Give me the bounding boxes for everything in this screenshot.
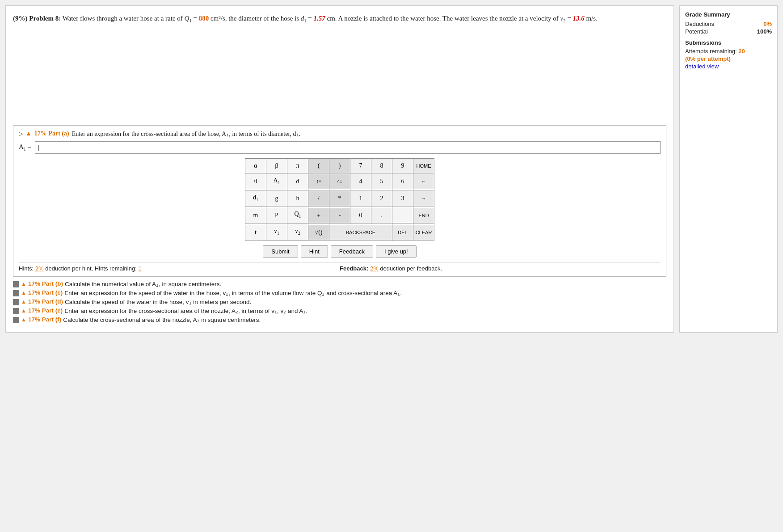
part-f-text: Calculate the cross-sectional area of th… bbox=[63, 316, 261, 323]
part-c-item: ▲ 17% Part (c) Enter an expression for t… bbox=[13, 289, 666, 296]
hint-button[interactable]: Hint bbox=[301, 245, 328, 258]
pct-line: (0% per attempt) bbox=[685, 55, 772, 62]
parts-list: ▲ 17% Part (b) Calculate the numerical v… bbox=[13, 280, 666, 323]
key-multiply[interactable]: * bbox=[329, 191, 350, 206]
key-A1[interactable]: A1 bbox=[266, 173, 287, 190]
key-beta[interactable]: β bbox=[266, 159, 287, 173]
problem-prefix: (9%) bbox=[13, 15, 28, 22]
key-theta[interactable]: θ bbox=[245, 174, 266, 189]
part-b-text: Calculate the numerical value of A₁, in … bbox=[65, 280, 221, 287]
deductions-row: Deductions 0% bbox=[685, 21, 772, 27]
key-d1[interactable]: d1 bbox=[245, 190, 266, 207]
detailed-view-anchor[interactable]: detailed view bbox=[685, 63, 719, 70]
part-c-text: Enter an expression for the speed of the… bbox=[64, 289, 402, 296]
key-d[interactable]: d bbox=[287, 174, 308, 189]
attempts-value: 20 bbox=[738, 48, 745, 55]
potential-value: 100% bbox=[757, 28, 772, 35]
answer-row-a: A1 = bbox=[19, 141, 661, 154]
feedback-deduction: 2% bbox=[370, 265, 379, 272]
feedback-label: Feedback: bbox=[340, 265, 368, 272]
key-3[interactable]: 3 bbox=[392, 191, 413, 206]
keyboard-row-4: m P Q1 + - 0 . END bbox=[245, 207, 434, 224]
grade-summary-title: Grade Summary bbox=[685, 11, 772, 18]
part-a-header: ▷ ▲ 17% Part (a) Enter an expression for… bbox=[19, 130, 661, 138]
key-divide[interactable]: / bbox=[308, 191, 329, 206]
part-b-label: 17% Part (b) bbox=[28, 280, 63, 287]
submissions-title: Submissions bbox=[685, 39, 772, 46]
key-m[interactable]: m bbox=[245, 208, 266, 223]
key-v2[interactable]: v2 bbox=[287, 224, 308, 241]
warning-icon-a: ▲ bbox=[25, 130, 32, 137]
key-open-paren[interactable]: ( bbox=[308, 159, 329, 173]
key-1[interactable]: 1 bbox=[350, 191, 371, 206]
key-sup-down[interactable]: ^↓ bbox=[329, 174, 350, 189]
key-minus[interactable]: - bbox=[329, 208, 350, 223]
part-e-triangle: ▲ bbox=[21, 308, 26, 314]
key-plus[interactable]: + bbox=[308, 208, 329, 223]
key-alpha[interactable]: α bbox=[245, 159, 266, 173]
submit-button[interactable]: Submit bbox=[263, 245, 298, 258]
key-sup-up[interactable]: ↑^ bbox=[308, 174, 329, 189]
key-P[interactable]: P bbox=[266, 208, 287, 223]
key-h[interactable]: h bbox=[287, 191, 308, 206]
key-left[interactable]: ← bbox=[413, 174, 434, 189]
key-6[interactable]: 6 bbox=[392, 174, 413, 189]
part-f-triangle: ▲ bbox=[21, 317, 26, 323]
part-f-label: 17% Part (f) bbox=[28, 316, 61, 323]
problem-text: (9%) Problem 8: Water flows through a wa… bbox=[13, 13, 666, 25]
key-2[interactable]: 2 bbox=[371, 191, 392, 206]
part-e-icon bbox=[13, 308, 19, 314]
key-clear[interactable]: CLEAR bbox=[413, 225, 434, 240]
key-v1[interactable]: v1 bbox=[266, 224, 287, 241]
problem-spacer bbox=[13, 36, 666, 125]
key-7[interactable]: 7 bbox=[350, 159, 371, 173]
play-icon: ▷ bbox=[19, 131, 23, 137]
deductions-value: 0% bbox=[763, 21, 772, 27]
part-e-label: 17% Part (e) bbox=[28, 307, 63, 314]
key-9[interactable]: 9 bbox=[392, 159, 413, 173]
key-g[interactable]: g bbox=[266, 191, 287, 206]
feedback-text: deduction per feedback. bbox=[380, 265, 442, 272]
part-e-text: Enter an expression for the cross-sectio… bbox=[64, 307, 307, 314]
keyboard-grid: α β π ( ) 7 8 9 HOME θ bbox=[245, 158, 434, 241]
key-0[interactable]: 0 bbox=[350, 208, 371, 223]
key-Q1[interactable]: Q1 bbox=[287, 207, 308, 224]
part-d-icon bbox=[13, 299, 19, 305]
key-sqrt[interactable]: √() bbox=[308, 225, 329, 240]
key-dot[interactable]: . bbox=[371, 208, 392, 223]
attempts-label: Attempts remaining: bbox=[685, 48, 737, 55]
pct-value: (0% per attempt) bbox=[685, 55, 731, 62]
hints-label: Hints: bbox=[19, 265, 34, 272]
part-a-question: Enter an expression for the cross-sectio… bbox=[72, 130, 300, 138]
key-empty bbox=[392, 207, 413, 222]
feedback-button[interactable]: Feedback bbox=[331, 245, 373, 258]
keyboard-container: α β π ( ) 7 8 9 HOME θ bbox=[19, 158, 661, 241]
key-t[interactable]: t bbox=[245, 225, 266, 240]
key-end[interactable]: END bbox=[413, 208, 434, 223]
key-pi[interactable]: π bbox=[287, 159, 308, 173]
key-5[interactable]: 5 bbox=[371, 174, 392, 189]
feedback-right: Feedback: 2% deduction per feedback. bbox=[340, 265, 661, 272]
part-d-triangle: ▲ bbox=[21, 299, 26, 305]
deductions-label: Deductions bbox=[685, 21, 714, 27]
potential-label: Potential bbox=[685, 28, 708, 35]
detail-view-link[interactable]: detailed view bbox=[685, 63, 772, 70]
key-home[interactable]: HOME bbox=[413, 159, 434, 173]
key-backspace[interactable]: BACKSPACE bbox=[329, 225, 392, 240]
key-del[interactable]: DEL bbox=[392, 225, 413, 240]
answer-input-a[interactable] bbox=[35, 141, 661, 154]
action-buttons: Submit Hint Feedback I give up! bbox=[19, 245, 661, 258]
potential-row: Potential 100% bbox=[685, 28, 772, 35]
part-e-item: ▲ 17% Part (e) Enter an expression for t… bbox=[13, 307, 666, 314]
attempts-line: Attempts remaining: 20 bbox=[685, 48, 772, 55]
part-b-item: ▲ 17% Part (b) Calculate the numerical v… bbox=[13, 280, 666, 287]
keyboard-row-3: d1 g h / * 1 2 3 → bbox=[245, 190, 434, 207]
keyboard-row-5: t v1 v2 √() BACKSPACE DEL CLEAR bbox=[245, 224, 434, 241]
hints-left: Hints: 2% deduction per hint. Hints rema… bbox=[19, 265, 340, 272]
key-4[interactable]: 4 bbox=[350, 174, 371, 189]
key-8[interactable]: 8 bbox=[371, 159, 392, 173]
key-right[interactable]: → bbox=[413, 191, 434, 206]
give-up-button[interactable]: I give up! bbox=[376, 245, 417, 258]
key-close-paren[interactable]: ) bbox=[329, 159, 350, 173]
problem-label: Problem 8: bbox=[29, 15, 61, 22]
